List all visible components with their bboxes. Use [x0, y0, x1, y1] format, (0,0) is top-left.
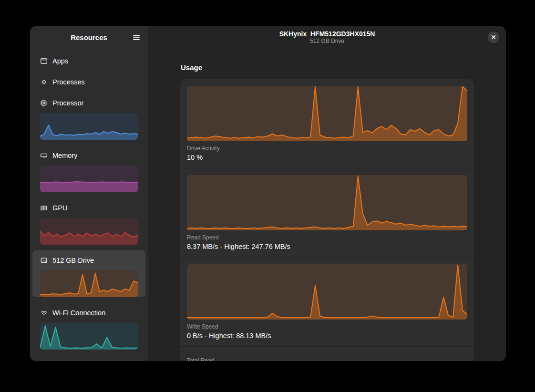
close-icon [491, 35, 496, 40]
metric-label: Total Read [187, 357, 467, 361]
sidebar: Resources Apps [30, 26, 148, 361]
metric-drive-activity: Drive Activity 10 % [180, 79, 474, 168]
gpu-icon [40, 204, 48, 212]
sidebar-list: Apps Processes [30, 48, 148, 358]
read-speed-chart [187, 175, 467, 230]
memory-icon [40, 152, 48, 159]
metric-label: Drive Activity [187, 145, 467, 152]
content-header: SKHynix_HFM512GD3HX015N 512 GB Drive [148, 26, 506, 48]
sidebar-item-processor[interactable]: Processor [32, 93, 145, 140]
metric-label: Read Speed [187, 234, 467, 241]
gpu-sparkline [40, 218, 138, 245]
sidebar-item-drive[interactable]: 512 GB Drive [32, 250, 145, 297]
sidebar-item-label: 512 GB Drive [52, 257, 94, 264]
drive-sparkline [40, 270, 138, 297]
processor-icon [40, 99, 48, 107]
sidebar-item-memory[interactable]: Memory [32, 145, 145, 192]
sidebar-header: Resources [30, 26, 148, 48]
memory-sparkline [40, 165, 138, 192]
wifi-icon [40, 309, 48, 317]
drive-activity-chart [187, 86, 467, 141]
sidebar-item-label: Apps [52, 57, 68, 65]
processes-icon [40, 78, 48, 86]
main-menu-button[interactable] [129, 30, 144, 45]
resources-window: Resources Apps [30, 26, 506, 361]
sidebar-item-label: Processes [52, 78, 85, 86]
apps-icon [40, 57, 48, 65]
metric-read-speed: Read Speed 8.37 MB/s · Highest: 247.76 M… [180, 168, 474, 258]
section-title-usage: Usage [181, 63, 474, 72]
metric-value: 8.37 MB/s · Highest: 247.76 MB/s [187, 243, 467, 250]
drive-icon [40, 257, 48, 264]
sidebar-item-apps[interactable]: Apps [32, 51, 145, 71]
page-subtitle: 512 GB Drive [279, 38, 375, 45]
usage-scroll-area[interactable]: Usage Drive Activity 10 % Read Speed 8.3… [148, 48, 506, 361]
sidebar-item-label: GPU [52, 204, 67, 212]
usage-card: Drive Activity 10 % Read Speed 8.37 MB/s… [180, 79, 474, 361]
desktop-background: Resources Apps [0, 0, 535, 392]
processor-sparkline [40, 113, 138, 140]
close-button[interactable] [488, 31, 499, 43]
sidebar-item-gpu[interactable]: GPU [32, 198, 145, 245]
wifi-sparkline [40, 323, 138, 350]
metric-value: 10 % [187, 154, 467, 161]
sidebar-item-processes[interactable]: Processes [32, 72, 145, 92]
header-titles: SKHynix_HFM512GD3HX015N 512 GB Drive [279, 30, 375, 45]
sidebar-item-label: Processor [52, 99, 83, 107]
metric-write-speed: Write Speed 0 B/s · Highest: 88.13 MB/s [180, 258, 474, 347]
hamburger-icon [133, 33, 140, 41]
metric-label: Write Speed [187, 323, 467, 330]
metric-total-read: Total Read [180, 347, 474, 361]
write-speed-chart [187, 264, 467, 320]
sidebar-item-label: Wi-Fi Connection [52, 309, 105, 317]
app-title: Resources [71, 33, 107, 41]
sidebar-item-wifi[interactable]: Wi-Fi Connection [32, 303, 145, 350]
sidebar-item-label: Memory [52, 152, 77, 159]
metric-value: 0 B/s · Highest: 88.13 MB/s [187, 332, 467, 340]
main-content: SKHynix_HFM512GD3HX015N 512 GB Drive Usa… [148, 26, 506, 361]
page-title: SKHynix_HFM512GD3HX015N [279, 30, 375, 38]
